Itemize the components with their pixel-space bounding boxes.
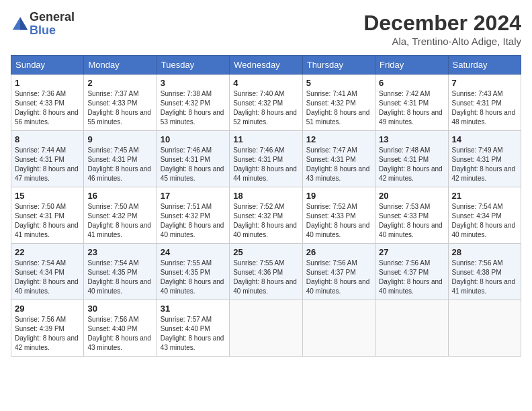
day-info: Sunrise: 7:44 AMSunset: 4:31 PMDaylight:… [15,146,80,183]
calendar-cell: 18Sunrise: 7:52 AMSunset: 4:32 PMDayligh… [230,187,302,244]
calendar-week-5: 29Sunrise: 7:56 AMSunset: 4:39 PMDayligh… [11,300,521,357]
day-info: Sunrise: 7:49 AMSunset: 4:31 PMDaylight:… [452,146,517,183]
day-number: 8 [15,134,80,144]
calendar-cell: 13Sunrise: 7:48 AMSunset: 4:31 PMDayligh… [375,131,448,187]
calendar-cell: 16Sunrise: 7:50 AMSunset: 4:32 PMDayligh… [84,187,157,244]
weekday-header-thursday: Thursday [302,56,375,75]
calendar-cell: 17Sunrise: 7:51 AMSunset: 4:32 PMDayligh… [157,187,229,244]
weekday-header-tuesday: Tuesday [157,56,229,75]
calendar-cell: 9Sunrise: 7:45 AMSunset: 4:31 PMDaylight… [84,131,157,187]
calendar-cell: 4Sunrise: 7:40 AMSunset: 4:32 PMDaylight… [230,75,302,131]
day-info: Sunrise: 7:56 AMSunset: 4:38 PMDaylight:… [452,259,517,296]
day-info: Sunrise: 7:43 AMSunset: 4:31 PMDaylight:… [452,89,517,127]
calendar-cell: 11Sunrise: 7:46 AMSunset: 4:31 PMDayligh… [230,131,302,187]
day-info: Sunrise: 7:41 AMSunset: 4:32 PMDaylight:… [306,89,371,127]
calendar-cell [448,300,521,357]
day-info: Sunrise: 7:54 AMSunset: 4:34 PMDaylight:… [452,202,517,240]
month-title: December 2024 [363,11,521,36]
header: General Blue December 2024 Ala, Trentino… [11,11,521,47]
calendar-cell: 19Sunrise: 7:52 AMSunset: 4:33 PMDayligh… [302,187,375,244]
day-number: 21 [452,191,517,201]
weekday-header-sunday: Sunday [11,56,84,75]
logo-blue-text: Blue [30,24,75,38]
day-info: Sunrise: 7:50 AMSunset: 4:31 PMDaylight:… [15,202,80,240]
day-number: 2 [87,78,152,88]
day-info: Sunrise: 7:56 AMSunset: 4:39 PMDaylight:… [15,315,80,353]
calendar-cell: 21Sunrise: 7:54 AMSunset: 4:34 PMDayligh… [448,187,521,244]
weekday-header-row: SundayMondayTuesdayWednesdayThursdayFrid… [11,56,521,75]
calendar-cell: 25Sunrise: 7:55 AMSunset: 4:36 PMDayligh… [230,244,302,300]
logo: General Blue [11,11,75,38]
calendar-cell: 26Sunrise: 7:56 AMSunset: 4:37 PMDayligh… [302,244,375,300]
day-number: 20 [379,191,444,201]
calendar-week-2: 8Sunrise: 7:44 AMSunset: 4:31 PMDaylight… [11,131,521,187]
day-number: 3 [161,78,226,88]
day-number: 27 [379,247,444,257]
logo-icon [11,15,30,34]
day-number: 6 [379,78,444,88]
day-info: Sunrise: 7:50 AMSunset: 4:32 PMDaylight:… [87,202,152,240]
calendar-cell: 15Sunrise: 7:50 AMSunset: 4:31 PMDayligh… [11,187,84,244]
weekday-header-monday: Monday [84,56,157,75]
day-info: Sunrise: 7:48 AMSunset: 4:31 PMDaylight:… [379,146,444,183]
calendar-cell: 14Sunrise: 7:49 AMSunset: 4:31 PMDayligh… [448,131,521,187]
day-number: 10 [161,134,226,144]
day-number: 12 [306,134,371,144]
day-info: Sunrise: 7:56 AMSunset: 4:40 PMDaylight:… [87,315,152,353]
calendar-cell: 6Sunrise: 7:42 AMSunset: 4:31 PMDaylight… [375,75,448,131]
calendar-cell: 2Sunrise: 7:37 AMSunset: 4:33 PMDaylight… [84,75,157,131]
day-info: Sunrise: 7:40 AMSunset: 4:32 PMDaylight:… [233,89,298,127]
calendar-table: SundayMondayTuesdayWednesdayThursdayFrid… [11,55,521,357]
day-info: Sunrise: 7:56 AMSunset: 4:37 PMDaylight:… [306,259,371,296]
calendar-cell: 28Sunrise: 7:56 AMSunset: 4:38 PMDayligh… [448,244,521,300]
weekday-header-friday: Friday [375,56,448,75]
day-info: Sunrise: 7:57 AMSunset: 4:40 PMDaylight:… [161,315,226,353]
weekday-header-saturday: Saturday [448,56,521,75]
day-info: Sunrise: 7:52 AMSunset: 4:33 PMDaylight:… [306,202,371,240]
day-info: Sunrise: 7:54 AMSunset: 4:34 PMDaylight:… [15,259,80,296]
calendar-cell: 30Sunrise: 7:56 AMSunset: 4:40 PMDayligh… [84,300,157,357]
calendar-cell: 20Sunrise: 7:53 AMSunset: 4:33 PMDayligh… [375,187,448,244]
day-info: Sunrise: 7:47 AMSunset: 4:31 PMDaylight:… [306,146,371,183]
calendar-cell: 24Sunrise: 7:55 AMSunset: 4:35 PMDayligh… [157,244,229,300]
logo-general-text: General [30,11,75,24]
day-info: Sunrise: 7:36 AMSunset: 4:33 PMDaylight:… [15,89,80,127]
calendar-cell: 12Sunrise: 7:47 AMSunset: 4:31 PMDayligh… [302,131,375,187]
calendar-week-3: 15Sunrise: 7:50 AMSunset: 4:31 PMDayligh… [11,187,521,244]
day-number: 7 [452,78,517,88]
day-number: 25 [233,247,298,257]
day-number: 19 [306,191,371,201]
calendar-cell: 7Sunrise: 7:43 AMSunset: 4:31 PMDaylight… [448,75,521,131]
location-subtitle: Ala, Trentino-Alto Adige, Italy [363,36,521,47]
weekday-header-wednesday: Wednesday [230,56,302,75]
calendar-cell: 3Sunrise: 7:38 AMSunset: 4:32 PMDaylight… [157,75,229,131]
calendar-cell [302,300,375,357]
day-info: Sunrise: 7:51 AMSunset: 4:32 PMDaylight:… [161,202,226,240]
day-number: 17 [161,191,226,201]
day-number: 31 [161,304,226,314]
day-number: 28 [452,247,517,257]
day-info: Sunrise: 7:38 AMSunset: 4:32 PMDaylight:… [161,89,226,127]
day-number: 16 [87,191,152,201]
calendar-week-4: 22Sunrise: 7:54 AMSunset: 4:34 PMDayligh… [11,244,521,300]
day-info: Sunrise: 7:45 AMSunset: 4:31 PMDaylight:… [87,146,152,183]
day-number: 18 [233,191,298,201]
day-info: Sunrise: 7:52 AMSunset: 4:32 PMDaylight:… [233,202,298,240]
calendar-cell: 8Sunrise: 7:44 AMSunset: 4:31 PMDaylight… [11,131,84,187]
calendar-cell: 27Sunrise: 7:56 AMSunset: 4:37 PMDayligh… [375,244,448,300]
day-number: 26 [306,247,371,257]
calendar-cell: 22Sunrise: 7:54 AMSunset: 4:34 PMDayligh… [11,244,84,300]
day-number: 1 [15,78,80,88]
calendar-cell: 29Sunrise: 7:56 AMSunset: 4:39 PMDayligh… [11,300,84,357]
day-number: 15 [15,191,80,201]
day-number: 9 [87,134,152,144]
day-info: Sunrise: 7:54 AMSunset: 4:35 PMDaylight:… [87,259,152,296]
day-number: 5 [306,78,371,88]
day-info: Sunrise: 7:46 AMSunset: 4:31 PMDaylight:… [161,146,226,183]
day-number: 4 [233,78,298,88]
day-number: 13 [379,134,444,144]
calendar-cell: 1Sunrise: 7:36 AMSunset: 4:33 PMDaylight… [11,75,84,131]
calendar-cell: 5Sunrise: 7:41 AMSunset: 4:32 PMDaylight… [302,75,375,131]
day-info: Sunrise: 7:46 AMSunset: 4:31 PMDaylight:… [233,146,298,183]
day-number: 30 [87,304,152,314]
